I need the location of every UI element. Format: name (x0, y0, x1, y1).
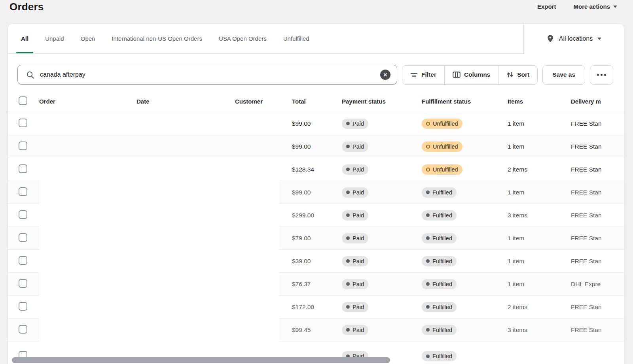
table-row[interactable]: $299.00 Paid Fulfilled 3 items FREE Stan (8, 204, 624, 227)
search-box[interactable]: ✕ (17, 65, 397, 85)
delivery-method-cell: FREE Stan (571, 258, 624, 265)
payment-status-badge: Paid (342, 302, 368, 312)
fulfillment-status-badge: Fulfilled (422, 187, 457, 198)
tab-unfulfilled[interactable]: Unfulfilled (277, 24, 315, 53)
status-dot-icon (426, 213, 430, 217)
column-header-items: Items (508, 98, 571, 105)
status-dot-icon (426, 236, 430, 240)
fulfillment-status-badge: Unfulfilled (422, 119, 462, 129)
column-header-fulfillment-status: Fulfillment status (422, 98, 508, 105)
fulfillment-status-badge: Fulfilled (422, 210, 457, 221)
row-checkbox[interactable] (19, 141, 27, 150)
table-row[interactable]: $99.00 Paid Unfulfilled 1 item FREE Stan (8, 135, 624, 158)
columns-button[interactable]: Columns (444, 66, 498, 84)
tab-all[interactable]: All (15, 24, 34, 53)
table-row[interactable]: $172.00 Paid Fulfilled 2 items FREE Stan (8, 296, 624, 319)
filter-label: Filter (421, 71, 436, 78)
save-as-button[interactable]: Save as (542, 65, 585, 85)
tab-international-non-us-open-orders[interactable]: International non-US Open Orders (106, 24, 208, 53)
status-dot-icon (346, 259, 350, 263)
items-cell: 1 item (508, 235, 571, 242)
horizontal-scrollbar-thumb[interactable] (12, 357, 390, 363)
payment-status-badge: Paid (342, 141, 368, 152)
table-row[interactable]: $99.00 Paid Fulfilled 1 item FREE Stan (8, 181, 624, 204)
row-checkbox[interactable] (19, 256, 27, 265)
tab-unpaid[interactable]: Unpaid (39, 24, 70, 53)
fulfillment-status-badge: Unfulfilled (422, 141, 462, 152)
items-cell: 1 item (508, 281, 571, 288)
filter-lines-icon (410, 72, 418, 77)
items-cell: 2 items (508, 304, 571, 311)
payment-status-badge: Paid (342, 187, 368, 198)
column-header-total: Total (292, 98, 342, 105)
select-all-checkbox[interactable] (19, 96, 27, 105)
status-dot-icon (426, 145, 430, 149)
row-checkbox[interactable] (19, 233, 27, 242)
orders-card: All Unpaid Open International non-US Ope… (8, 24, 624, 364)
table-row[interactable]: $79.00 Paid Fulfilled 1 item FREE Stan (8, 227, 624, 250)
table-row[interactable]: $99.45 Paid Fulfilled 3 items FREE Stan (8, 319, 624, 341)
status-dot-icon (426, 168, 430, 172)
row-checkbox[interactable] (19, 210, 27, 219)
table-row[interactable]: $99.00 Paid Unfulfilled 1 item FREE Stan (8, 112, 624, 135)
status-dot-icon (346, 236, 350, 240)
status-dot-icon (346, 122, 350, 125)
columns-icon (453, 72, 461, 78)
export-button[interactable]: Export (537, 3, 556, 10)
fulfillment-status-badge: Fulfilled (422, 279, 457, 289)
status-dot-icon (426, 305, 430, 309)
table-row[interactable]: $76.37 Paid Fulfilled 1 item DHL Expre (8, 273, 624, 296)
status-dot-icon (346, 145, 350, 148)
row-checkbox[interactable] (19, 279, 27, 288)
row-checkbox[interactable] (19, 119, 27, 127)
total-cell: $128.34 (292, 166, 342, 173)
row-checkbox[interactable] (19, 302, 27, 311)
status-dot-icon (346, 213, 350, 217)
delivery-method-cell: FREE Stan (571, 166, 624, 173)
table-header-row: Order Date Customer Total Payment status… (8, 91, 624, 112)
fulfillment-status-badge: Fulfilled (422, 302, 457, 312)
fulfillment-status-badge: Fulfilled (422, 325, 457, 335)
row-checkbox[interactable] (19, 187, 27, 196)
total-cell: $99.00 (292, 143, 342, 150)
status-dot-icon (426, 355, 430, 358)
row-checkbox[interactable] (19, 325, 27, 334)
delivery-method-cell: FREE Stan (571, 189, 624, 196)
location-pin-icon (546, 34, 554, 43)
total-cell: $172.00 (292, 304, 342, 311)
status-dot-icon (426, 282, 430, 286)
horizontal-dots-icon (597, 74, 599, 76)
total-cell: $299.00 (292, 212, 342, 219)
row-checkbox[interactable] (19, 164, 27, 173)
items-cell: 1 item (508, 258, 571, 265)
items-cell: 1 item (508, 143, 571, 150)
search-input[interactable] (40, 71, 375, 78)
search-icon (26, 71, 34, 79)
filter-button[interactable]: Filter (402, 66, 444, 84)
more-actions-button[interactable]: More actions (573, 3, 617, 10)
more-options-button[interactable] (590, 65, 613, 85)
items-cell: 1 item (508, 120, 571, 127)
total-cell: $76.37 (292, 281, 342, 288)
payment-status-badge: Paid (342, 210, 368, 221)
delivery-method-cell: FREE Stan (571, 235, 624, 242)
payment-status-badge: Paid (342, 256, 368, 266)
items-cell: 2 items (508, 166, 571, 173)
table-row[interactable]: $39.00 Paid Fulfilled 1 item FREE Stan (8, 250, 624, 273)
sort-button[interactable]: Sort (498, 66, 537, 84)
column-header-date: Date (136, 98, 235, 105)
payment-status-badge: Paid (342, 164, 368, 175)
table-row[interactable]: $128.34 Paid Unfulfilled 2 items FREE St… (8, 158, 624, 181)
column-header-customer: Customer (235, 98, 292, 105)
tab-open[interactable]: Open (75, 24, 101, 53)
delivery-method-cell: FREE Stan (571, 143, 624, 150)
tab-usa-open-orders[interactable]: USA Open Orders (213, 24, 273, 53)
location-filter-button[interactable]: All locations (523, 24, 624, 54)
delivery-method-cell: FREE Stan (571, 304, 624, 311)
items-cell: 3 items (508, 326, 571, 334)
status-dot-icon (426, 122, 430, 126)
column-header-order: Order (39, 98, 136, 105)
clear-search-button[interactable]: ✕ (380, 70, 390, 80)
status-dot-icon (346, 282, 350, 286)
status-dot-icon (426, 328, 430, 332)
